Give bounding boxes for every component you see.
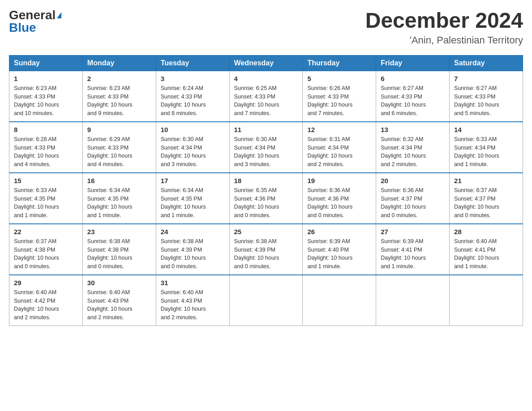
day-number: 16: [87, 177, 151, 184]
day-info: Sunrise: 6:26 AMSunset: 4:33 PMDaylight:…: [307, 84, 371, 118]
day-info: Sunrise: 6:36 AMSunset: 4:36 PMDaylight:…: [307, 186, 371, 220]
calendar-cell: 18Sunrise: 6:35 AMSunset: 4:36 PMDayligh…: [229, 173, 303, 224]
day-info: Sunrise: 6:33 AMSunset: 4:35 PMDaylight:…: [14, 186, 78, 220]
day-number: 15: [14, 177, 78, 184]
calendar-cell: 25Sunrise: 6:38 AMSunset: 4:39 PMDayligh…: [229, 224, 303, 275]
day-info: Sunrise: 6:23 AMSunset: 4:33 PMDaylight:…: [14, 84, 78, 118]
calendar-cell: 10Sunrise: 6:30 AMSunset: 4:34 PMDayligh…: [156, 122, 229, 173]
day-number: 22: [14, 228, 78, 235]
day-info: Sunrise: 6:33 AMSunset: 4:34 PMDaylight:…: [454, 135, 518, 169]
calendar-cell: 1Sunrise: 6:23 AMSunset: 4:33 PMDaylight…: [9, 71, 83, 122]
day-number: 12: [307, 126, 371, 133]
logo-triangle-icon: [57, 12, 61, 18]
day-info: Sunrise: 6:28 AMSunset: 4:33 PMDaylight:…: [14, 135, 78, 169]
calendar-cell: 15Sunrise: 6:33 AMSunset: 4:35 PMDayligh…: [9, 173, 83, 224]
day-info: Sunrise: 6:37 AMSunset: 4:37 PMDaylight:…: [454, 186, 518, 220]
calendar-cell: 19Sunrise: 6:36 AMSunset: 4:36 PMDayligh…: [303, 173, 376, 224]
day-info: Sunrise: 6:36 AMSunset: 4:37 PMDaylight:…: [381, 186, 445, 220]
day-number: 31: [161, 279, 225, 287]
day-number: 9: [87, 126, 151, 133]
day-info: Sunrise: 6:40 AMSunset: 4:42 PMDaylight:…: [14, 288, 78, 322]
day-info: Sunrise: 6:40 AMSunset: 4:43 PMDaylight:…: [87, 288, 151, 322]
logo: General Blue: [9, 9, 61, 34]
day-of-week-header: Sunday: [9, 55, 83, 71]
day-info: Sunrise: 6:27 AMSunset: 4:33 PMDaylight:…: [381, 84, 445, 118]
calendar-cell: 9Sunrise: 6:29 AMSunset: 4:33 PMDaylight…: [82, 122, 156, 173]
calendar-cell: 17Sunrise: 6:34 AMSunset: 4:35 PMDayligh…: [156, 173, 229, 224]
day-info: Sunrise: 6:39 AMSunset: 4:41 PMDaylight:…: [381, 237, 445, 271]
calendar-cell: 28Sunrise: 6:40 AMSunset: 4:41 PMDayligh…: [450, 224, 523, 275]
day-info: Sunrise: 6:30 AMSunset: 4:34 PMDaylight:…: [234, 135, 298, 169]
calendar-cell: [450, 275, 523, 326]
location-title: 'Anin, Palestinian Territory: [365, 34, 523, 46]
month-title: December 2024: [365, 9, 523, 33]
day-info: Sunrise: 6:27 AMSunset: 4:33 PMDaylight:…: [454, 84, 518, 118]
calendar-week-row: 1Sunrise: 6:23 AMSunset: 4:33 PMDaylight…: [9, 71, 523, 122]
calendar-cell: 13Sunrise: 6:32 AMSunset: 4:34 PMDayligh…: [376, 122, 450, 173]
calendar-cell: [229, 275, 303, 326]
day-number: 20: [381, 177, 445, 184]
calendar-cell: 24Sunrise: 6:38 AMSunset: 4:39 PMDayligh…: [156, 224, 229, 275]
day-number: 30: [87, 279, 151, 287]
day-of-week-header: Friday: [376, 55, 450, 71]
day-info: Sunrise: 6:30 AMSunset: 4:34 PMDaylight:…: [161, 135, 225, 169]
calendar-cell: 21Sunrise: 6:37 AMSunset: 4:37 PMDayligh…: [450, 173, 523, 224]
day-number: 7: [454, 75, 518, 82]
calendar-cell: 22Sunrise: 6:37 AMSunset: 4:38 PMDayligh…: [9, 224, 83, 275]
day-number: 21: [454, 177, 518, 184]
day-number: 19: [307, 177, 371, 184]
day-number: 4: [234, 75, 298, 82]
day-info: Sunrise: 6:35 AMSunset: 4:36 PMDaylight:…: [234, 186, 298, 220]
title-section: December 2024 'Anin, Palestinian Territo…: [365, 9, 523, 46]
day-number: 13: [381, 126, 445, 133]
calendar-cell: 11Sunrise: 6:30 AMSunset: 4:34 PMDayligh…: [229, 122, 303, 173]
day-number: 3: [161, 75, 225, 82]
page-header: General Blue December 2024 'Anin, Palest…: [9, 9, 523, 46]
day-info: Sunrise: 6:34 AMSunset: 4:35 PMDaylight:…: [161, 186, 225, 220]
calendar-cell: 3Sunrise: 6:24 AMSunset: 4:33 PMDaylight…: [156, 71, 229, 122]
calendar-header-row: SundayMondayTuesdayWednesdayThursdayFrid…: [9, 55, 523, 71]
day-number: 23: [87, 228, 151, 235]
calendar-cell: 27Sunrise: 6:39 AMSunset: 4:41 PMDayligh…: [376, 224, 450, 275]
day-number: 29: [14, 279, 78, 287]
calendar-cell: [376, 275, 450, 326]
calendar-cell: 8Sunrise: 6:28 AMSunset: 4:33 PMDaylight…: [9, 122, 83, 173]
calendar-week-row: 8Sunrise: 6:28 AMSunset: 4:33 PMDaylight…: [9, 122, 523, 173]
day-number: 10: [161, 126, 225, 133]
calendar-week-row: 22Sunrise: 6:37 AMSunset: 4:38 PMDayligh…: [9, 224, 523, 275]
day-info: Sunrise: 6:40 AMSunset: 4:43 PMDaylight:…: [161, 288, 225, 322]
calendar-table: SundayMondayTuesdayWednesdayThursdayFrid…: [9, 55, 523, 326]
day-info: Sunrise: 6:25 AMSunset: 4:33 PMDaylight:…: [234, 84, 298, 118]
calendar-cell: 2Sunrise: 6:23 AMSunset: 4:33 PMDaylight…: [82, 71, 156, 122]
day-info: Sunrise: 6:38 AMSunset: 4:39 PMDaylight:…: [234, 237, 298, 271]
day-info: Sunrise: 6:29 AMSunset: 4:33 PMDaylight:…: [87, 135, 151, 169]
day-number: 11: [234, 126, 298, 133]
calendar-week-row: 15Sunrise: 6:33 AMSunset: 4:35 PMDayligh…: [9, 173, 523, 224]
calendar-cell: 7Sunrise: 6:27 AMSunset: 4:33 PMDaylight…: [450, 71, 523, 122]
calendar-cell: 5Sunrise: 6:26 AMSunset: 4:33 PMDaylight…: [303, 71, 376, 122]
day-info: Sunrise: 6:34 AMSunset: 4:35 PMDaylight:…: [87, 186, 151, 220]
day-of-week-header: Monday: [82, 55, 156, 71]
calendar-cell: 23Sunrise: 6:38 AMSunset: 4:38 PMDayligh…: [82, 224, 156, 275]
day-of-week-header: Wednesday: [229, 55, 303, 71]
day-info: Sunrise: 6:39 AMSunset: 4:40 PMDaylight:…: [307, 237, 371, 271]
day-of-week-header: Saturday: [450, 55, 523, 71]
calendar-cell: 12Sunrise: 6:31 AMSunset: 4:34 PMDayligh…: [303, 122, 376, 173]
day-number: 26: [307, 228, 371, 235]
day-number: 2: [87, 75, 151, 82]
calendar-cell: 20Sunrise: 6:36 AMSunset: 4:37 PMDayligh…: [376, 173, 450, 224]
day-info: Sunrise: 6:23 AMSunset: 4:33 PMDaylight:…: [87, 84, 151, 118]
day-number: 1: [14, 75, 78, 82]
calendar-cell: 30Sunrise: 6:40 AMSunset: 4:43 PMDayligh…: [82, 275, 156, 326]
calendar-week-row: 29Sunrise: 6:40 AMSunset: 4:42 PMDayligh…: [9, 275, 523, 326]
day-number: 17: [161, 177, 225, 184]
logo-general-text: General: [9, 9, 56, 21]
calendar-cell: [303, 275, 376, 326]
day-number: 5: [307, 75, 371, 82]
day-number: 27: [381, 228, 445, 235]
calendar-cell: 14Sunrise: 6:33 AMSunset: 4:34 PMDayligh…: [450, 122, 523, 173]
day-number: 25: [234, 228, 298, 235]
calendar-cell: 26Sunrise: 6:39 AMSunset: 4:40 PMDayligh…: [303, 224, 376, 275]
day-number: 6: [381, 75, 445, 82]
day-info: Sunrise: 6:38 AMSunset: 4:39 PMDaylight:…: [161, 237, 225, 271]
